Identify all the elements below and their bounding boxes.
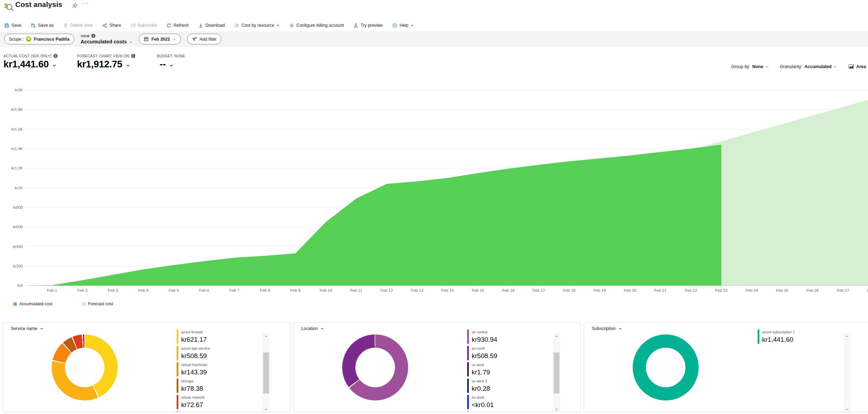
legend-label: intercontinental [472, 412, 496, 412]
kpi-actual-cost: ACTUAL COST (SEK ONLY) i kr1,441.60 [3, 54, 58, 70]
scrollbar-thumb[interactable] [263, 353, 269, 394]
billing-account-icon [26, 36, 31, 42]
toolbar-download[interactable]: Download [198, 23, 225, 28]
legend-item-virtual-network: virtual networkkr72.67 [177, 395, 210, 409]
legend-text: azure firewallkr621.17 [181, 330, 207, 344]
donut-chart-location [342, 334, 408, 400]
svg-text:Feb 25: Feb 25 [776, 288, 789, 292]
legend-value: kr1,441.60 [762, 336, 795, 343]
scroll-up-icon[interactable] [843, 333, 851, 339]
panel-header-location[interactable]: Location [301, 326, 324, 331]
toolbar-label: Cost by resource [242, 23, 274, 28]
svg-text:Feb 13: Feb 13 [411, 288, 423, 292]
legend-item-storage: storagekr78.38 [177, 379, 210, 393]
legend-text: azure subscription 1kr1,441.60 [762, 330, 795, 344]
legend-label: azure app service [181, 346, 210, 351]
view-selector[interactable]: VIEW i Accumulated costs [81, 34, 133, 44]
svg-text:kr1.6K: kr1.6K [11, 127, 23, 131]
panel-card-location: Locationse centralkr930.94eu northkr508.… [293, 322, 581, 412]
add-filter-label: Add filter [200, 37, 217, 42]
legend-swatch [467, 346, 469, 360]
add-filter-pill[interactable]: Add filter [187, 34, 221, 44]
date-range-value: Feb 2022 [151, 37, 170, 42]
date-range-pill[interactable]: Feb 2022 [139, 34, 181, 44]
chart-type-value: Area [856, 64, 866, 69]
svg-text:kr200: kr200 [13, 264, 23, 268]
toolbar-save-as[interactable]: Save as [31, 23, 54, 28]
svg-text:kr800: kr800 [13, 205, 23, 209]
legend-text: intercontinental [472, 411, 496, 412]
legend-swatch [467, 362, 469, 376]
scope-pill[interactable]: Scope : Francisco Padilla [4, 34, 74, 44]
scroll-up-icon[interactable] [262, 333, 270, 339]
svg-text:Feb 15: Feb 15 [472, 288, 484, 292]
panel-header-service-name[interactable]: Service name [11, 326, 43, 331]
scroll-down-icon[interactable] [553, 406, 560, 412]
svg-text:Feb 18: Feb 18 [563, 288, 575, 292]
legend-swatch [758, 330, 759, 344]
toolbar-try-preview[interactable]: Try preview [353, 23, 383, 28]
toolbar-help[interactable]: ?Help [392, 23, 414, 28]
scroll-up-icon[interactable] [553, 333, 560, 339]
svg-text:Feb 16: Feb 16 [502, 288, 515, 292]
scope-value: Francisco Padilla [34, 37, 69, 42]
legend-item-virtual-machines: virtual machineskr143.39 [177, 362, 210, 376]
panel-scrollbar[interactable] [553, 333, 560, 412]
legend-text: se centralkr930.94 [472, 330, 497, 344]
breakdown-panels: Service nameazure firewallkr621.17azure … [3, 322, 868, 412]
legend-item-eu-north: eu northkr508.59 [467, 346, 497, 360]
more-menu-icon[interactable]: ··· [82, 0, 89, 6]
panel-scrollbar[interactable] [843, 333, 851, 412]
calendar-icon [144, 36, 149, 42]
toolbar-label: Download [205, 23, 225, 28]
scrollbar-thumb[interactable] [554, 353, 559, 394]
chevron-down-icon [411, 24, 414, 27]
chart-type-dropdown[interactable]: Area [848, 64, 866, 69]
legend-item-us-west: us westkr1.79 [467, 362, 497, 376]
legend-label: virtual machines [181, 363, 208, 367]
download-icon [198, 23, 203, 28]
legend-swatch [177, 395, 178, 409]
legend-item-intercontinental: intercontinental [467, 411, 497, 412]
toolbar-cost-by-resource[interactable]: Cost by resource [234, 23, 280, 28]
view-value: Accumulated costs [81, 39, 127, 44]
group-by-dropdown[interactable]: Group by: None [731, 64, 769, 69]
panel-legend-list: azure subscription 1kr1,441.60 [758, 330, 795, 344]
pin-icon[interactable] [72, 3, 78, 9]
toolbar-save[interactable]: Save [4, 23, 22, 28]
chevron-down-icon[interactable] [52, 61, 57, 68]
legend-swatch [177, 379, 178, 393]
panel-header-subscription[interactable]: Subscription [592, 326, 622, 331]
svg-text:kr400: kr400 [13, 245, 23, 249]
save-icon [4, 23, 9, 28]
svg-text:Feb 24: Feb 24 [745, 288, 758, 292]
scroll-down-icon[interactable] [262, 406, 270, 412]
legend-label: azure subscription 1 [762, 330, 795, 334]
kpi-value: -- [160, 59, 166, 70]
toolbar-configure-billing-account[interactable]: Configure billing account [289, 23, 344, 28]
granularity-dropdown[interactable]: Granularity: Accumulated [780, 64, 837, 69]
toolbar-share[interactable]: Share [102, 23, 121, 28]
legend-value: kr621.17 [181, 336, 207, 343]
donut-chart-service-name [52, 334, 118, 400]
chevron-down-icon[interactable] [169, 61, 174, 68]
scope-bar: Scope : Francisco Padilla VIEW i Accumul… [0, 31, 868, 47]
legend-value: kr143.39 [181, 368, 208, 376]
legend-value: kr1.79 [472, 368, 490, 376]
info-icon: i [131, 54, 135, 58]
toolbar-refresh[interactable]: Refresh [166, 23, 189, 28]
svg-text:Feb 2: Feb 2 [77, 288, 87, 292]
svg-text:Feb 19: Feb 19 [593, 288, 606, 292]
legend-swatch [177, 346, 178, 360]
flask-icon [353, 23, 359, 28]
panel-scrollbar[interactable] [262, 333, 270, 412]
kpi-value: kr1,912.75 [77, 59, 123, 70]
page-title: Cost analysis [15, 0, 62, 9]
svg-text:kr1.4K: kr1.4K [11, 147, 23, 151]
svg-text:Feb 5: Feb 5 [169, 288, 179, 292]
group-by-label: Group by: [731, 64, 750, 69]
svg-text:Feb 10: Feb 10 [320, 288, 332, 292]
chevron-down-icon[interactable] [126, 61, 130, 68]
scroll-down-icon[interactable] [843, 406, 851, 412]
info-icon: i [91, 34, 95, 38]
